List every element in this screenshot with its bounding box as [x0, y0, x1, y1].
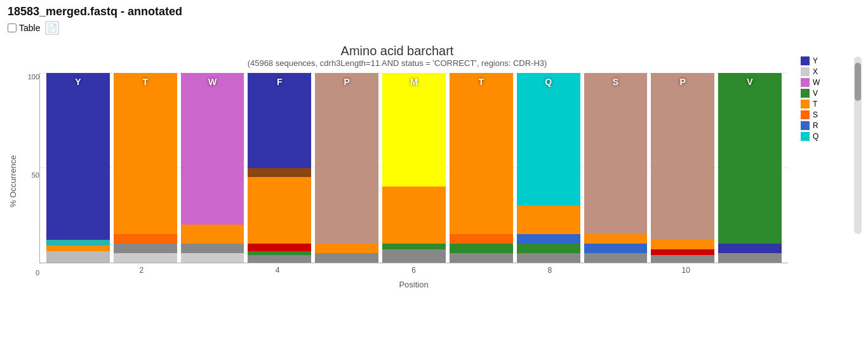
bar-dominant-label: Q — [517, 77, 580, 87]
bar-group: P — [315, 73, 378, 263]
bar-segment — [315, 244, 378, 253]
bar-group: Q — [517, 73, 580, 263]
bar-group: M — [382, 73, 446, 263]
x-axis-label: Position — [39, 280, 788, 289]
bar-segment — [651, 240, 714, 249]
bar-group: W — [181, 73, 244, 263]
bar-segment — [517, 73, 580, 206]
bar-segment — [517, 206, 580, 234]
bar-segment — [382, 244, 446, 249]
x-tick: 4 — [244, 266, 312, 275]
bar-segment — [315, 253, 378, 263]
legend-item: W — [801, 78, 851, 87]
chart-body: % Occurrence 100 50 0 YTWFPMTQSPV 246810… — [6, 73, 788, 289]
legend-color-box — [801, 132, 810, 141]
bar-segment — [181, 73, 244, 225]
y-tick-100: 100 — [28, 73, 39, 81]
bar-group: V — [718, 73, 782, 263]
table-checkbox-label[interactable]: Table — [8, 23, 40, 33]
header: 18583_merged.fastq - annotated Table 📄 — [0, 0, 868, 37]
bar-segment — [315, 73, 378, 244]
legend-item: X — [801, 67, 851, 76]
bar-segment — [114, 244, 177, 253]
legend-item: R — [801, 121, 851, 130]
bar-dominant-label: S — [584, 77, 648, 87]
bar-group: T — [450, 73, 513, 263]
bar-segment — [114, 253, 177, 263]
legend-label: T — [813, 100, 817, 108]
x-tick — [312, 266, 380, 275]
bar-dominant-label: T — [114, 77, 177, 87]
bar-dominant-label: W — [181, 77, 244, 87]
legend-color-box — [801, 56, 810, 65]
bar-segment — [181, 225, 244, 244]
bar-segment — [248, 244, 311, 251]
bar-segment — [584, 244, 648, 253]
bar-dominant-label: T — [450, 77, 513, 87]
bar-segment — [248, 177, 311, 244]
legend-color-box — [801, 78, 810, 87]
y-axis-label: % Occurrence — [6, 73, 19, 289]
chart-area: Amino acid barchart (45968 sequences, cd… — [0, 37, 868, 289]
legend-item: T — [801, 100, 851, 108]
export-icon: 📄 — [48, 23, 57, 32]
bar-segment — [584, 73, 648, 234]
chart-subtitle: (45968 sequences, cdrh3Length=11 AND sta… — [248, 58, 547, 68]
bar-segment — [46, 251, 110, 263]
legend-label: X — [813, 67, 818, 76]
legend-label: S — [813, 110, 818, 119]
bar-group: S — [584, 73, 648, 263]
x-tick — [39, 266, 107, 275]
bar-segment — [651, 255, 714, 263]
bar-segment — [382, 187, 446, 244]
legend-color-box — [801, 110, 810, 119]
legend-item: S — [801, 110, 851, 119]
bar-segment — [450, 234, 513, 244]
x-tick — [448, 266, 516, 275]
bar-group: P — [651, 73, 714, 263]
x-tick: 6 — [380, 266, 448, 275]
bar-segment — [248, 255, 311, 263]
y-tick-50: 50 — [32, 171, 39, 179]
bar-segment — [651, 73, 714, 240]
scrollbar[interactable] — [854, 56, 862, 234]
x-tick: 2 — [107, 266, 175, 275]
bar-segment — [46, 246, 110, 251]
table-label: Table — [19, 23, 40, 33]
x-tick — [584, 266, 652, 275]
legend-label: V — [813, 89, 818, 98]
bars-and-xaxis: YTWFPMTQSPV 246810 Position — [39, 73, 788, 289]
legend-item: Y — [801, 56, 851, 65]
bar-segment — [517, 234, 580, 244]
bar-dominant-label: M — [382, 77, 446, 87]
bar-group: F — [248, 73, 311, 263]
bar-dominant-label: F — [248, 77, 311, 87]
chart-title: Amino acid barchart — [341, 44, 454, 58]
bar-segment — [181, 244, 244, 253]
bar-segment — [450, 244, 513, 253]
bar-segment — [46, 73, 110, 240]
bar-segment — [114, 234, 177, 244]
bar-group: Y — [46, 73, 110, 263]
bar-segment — [382, 73, 446, 187]
bar-segment — [651, 249, 714, 255]
table-checkbox[interactable] — [8, 23, 17, 32]
legend-label: Q — [813, 132, 818, 141]
y-axis: 100 50 0 — [20, 73, 39, 289]
bar-group: T — [114, 73, 177, 263]
x-tick — [175, 266, 243, 275]
legend-color-box — [801, 89, 810, 98]
scrollbar-thumb[interactable] — [855, 63, 861, 101]
legend: YXWVTSRQ — [801, 56, 851, 289]
export-icon-button[interactable]: 📄 — [45, 21, 59, 35]
legend-item: V — [801, 89, 851, 98]
bar-segment — [584, 234, 648, 244]
bar-segment — [517, 244, 580, 253]
bar-segment — [718, 73, 782, 244]
bar-segment — [584, 253, 648, 263]
bars-container: YTWFPMTQSPV — [39, 73, 788, 263]
legend-color-box — [801, 121, 810, 130]
bar-segment — [517, 253, 580, 263]
legend-label: R — [813, 121, 818, 130]
bar-dominant-label: P — [315, 77, 378, 87]
